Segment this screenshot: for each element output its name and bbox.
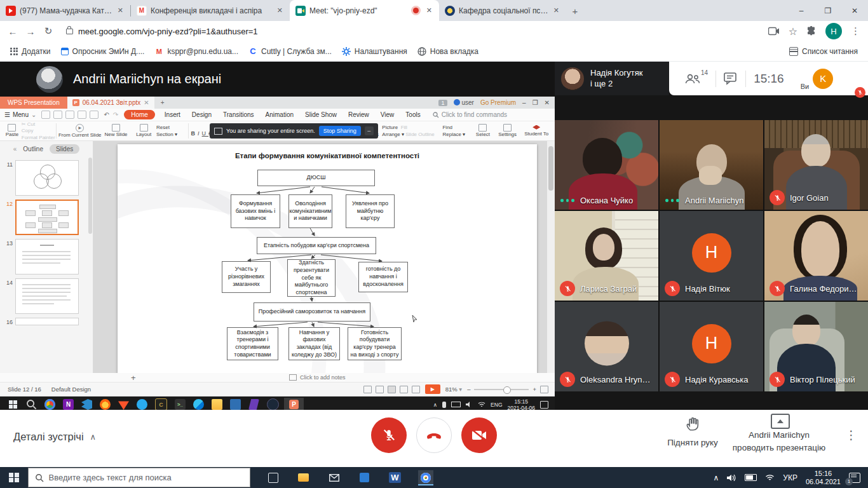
slide-thumb-11[interactable]: 11 xyxy=(1,160,90,196)
remote-onenote-icon[interactable]: N xyxy=(63,399,74,410)
taskbar-clock[interactable]: 15:1606.04.2021 xyxy=(806,470,841,486)
wps-app-tab[interactable]: WPS Presentation xyxy=(0,97,67,109)
bookmark-apps[interactable]: Додатки xyxy=(10,47,51,56)
zoom-out-icon[interactable]: – xyxy=(467,386,470,393)
participant-tile[interactable]: Н Надія Вітюк xyxy=(660,211,763,301)
ribbon-tab-review[interactable]: Review xyxy=(348,111,369,118)
meeting-details-button[interactable]: Деталі зустрічі ∧ xyxy=(13,431,96,443)
mic-toggle-button[interactable] xyxy=(371,417,407,453)
back-icon[interactable]: ← xyxy=(4,26,22,37)
ribbon-tab-insert[interactable]: Insert xyxy=(165,111,180,118)
remote-tray-expand-icon[interactable]: ∧ xyxy=(433,402,437,408)
remote-lang[interactable]: ENG xyxy=(491,402,502,408)
remote-explorer-icon[interactable] xyxy=(212,399,222,410)
canvas-scrollbar[interactable] xyxy=(547,141,555,373)
taskbar-mail-icon[interactable] xyxy=(327,470,342,485)
collapse-panel-icon[interactable]: « xyxy=(13,146,17,152)
layout-button[interactable]: Layout xyxy=(131,124,156,138)
bookmark-gmail[interactable]: M ksppr@pnu.edu.ua... xyxy=(154,47,238,56)
participant-tile[interactable]: Оксана Чуйко xyxy=(555,120,658,210)
tab-close-icon[interactable]: ✕ xyxy=(552,6,560,15)
zoom-in-icon[interactable]: + xyxy=(532,386,536,393)
reading-view-icon[interactable] xyxy=(412,386,420,393)
remote-firefox-icon[interactable] xyxy=(100,399,111,410)
stop-sharing-button[interactable]: Stop Sharing xyxy=(319,126,361,136)
format-painter-button[interactable]: Format Painter xyxy=(22,135,53,140)
participant-tile[interactable]: Oleksandra Hryn… xyxy=(555,302,658,391)
slide-sorter-icon[interactable] xyxy=(400,386,408,393)
export-icon[interactable] xyxy=(65,111,74,119)
participant-tile[interactable]: Andrii Mariichyn xyxy=(660,120,763,210)
menu-label[interactable]: Menu xyxy=(13,111,29,118)
chat-icon[interactable] xyxy=(724,72,738,85)
find-commands-box[interactable]: Click to find commands xyxy=(433,111,507,118)
new-tab-button[interactable]: + xyxy=(566,2,584,20)
remote-search-icon[interactable] xyxy=(26,399,37,410)
settings-button[interactable]: Settings xyxy=(494,124,521,138)
zoom-level[interactable]: 81% ▾ xyxy=(445,386,462,393)
print-icon[interactable] xyxy=(78,111,86,119)
window-restore-button[interactable]: ❐ xyxy=(815,0,841,21)
ribbon-tab-view[interactable]: View xyxy=(381,111,395,118)
slide-thumb-14[interactable]: 14 xyxy=(1,278,90,314)
slide-thumb-12-selected[interactable]: 12 xyxy=(1,200,90,235)
go-premium-button[interactable]: Go Premium xyxy=(480,99,516,106)
new-slide-button[interactable]: New Slide xyxy=(101,124,132,138)
undo-icon[interactable]: ↶ xyxy=(104,111,109,118)
reload-icon[interactable]: ↻ xyxy=(39,25,57,37)
participant-tile[interactable]: Лариса Заграй xyxy=(555,211,658,301)
window-close-button[interactable]: ✕ xyxy=(841,0,868,21)
participant-tile[interactable]: Igor Goian xyxy=(764,120,868,210)
thumb-scrollbar[interactable] xyxy=(88,158,92,234)
tab-close-icon[interactable]: ✕ xyxy=(116,6,125,15)
taskbar-search-box[interactable]: Введите здесь текст для поиска xyxy=(28,468,250,487)
new-file-icon[interactable] xyxy=(41,111,50,119)
browser-menu-icon[interactable]: ⋮ xyxy=(851,25,860,37)
extensions-puzzle-icon[interactable] xyxy=(806,26,817,36)
bookmark-newtab[interactable]: Нова вкладка xyxy=(417,47,478,56)
remote-steam-icon[interactable] xyxy=(267,398,279,410)
wps-new-doc-button[interactable]: + xyxy=(154,97,171,109)
banner-minimize-button[interactable]: – xyxy=(365,126,374,135)
remote-terminal-icon[interactable]: >_ xyxy=(175,399,186,410)
remote-chrome-icon[interactable] xyxy=(44,399,55,410)
remote-wps-icon-active[interactable]: P xyxy=(284,398,304,411)
add-slide-plus-button[interactable]: + xyxy=(131,373,136,383)
window-minimize-button[interactable]: – xyxy=(788,0,815,21)
language-indicator[interactable]: УКР xyxy=(783,473,797,482)
zoom-slider[interactable] xyxy=(474,389,529,390)
outline-tab[interactable]: Outline xyxy=(23,146,43,152)
tab-close-icon[interactable]: ✕ xyxy=(276,6,284,15)
picture-button[interactable]: Picture xyxy=(382,125,398,130)
from-current-slide-button[interactable]: ▶ From Current Slide xyxy=(59,124,101,139)
bookmark-star-icon[interactable]: ☆ xyxy=(789,25,797,37)
remote-edge-icon[interactable] xyxy=(193,399,204,410)
participant-tile[interactable]: Галина Федори… xyxy=(764,211,868,301)
tray-expand-icon[interactable]: ∧ xyxy=(714,473,719,482)
paste-button[interactable]: Paste xyxy=(3,124,22,138)
participant-tile[interactable]: Віктор Пілецький xyxy=(764,302,868,391)
find-button[interactable]: Find xyxy=(442,125,471,130)
browser-tab-youtube[interactable]: (977) Мама-чудачка Катя – пол ✕ xyxy=(0,0,130,21)
start-button[interactable] xyxy=(9,473,19,483)
raise-hand-button[interactable] xyxy=(675,415,710,435)
remote-emblem-icon[interactable]: C xyxy=(155,398,167,410)
reset-button[interactable]: Reset xyxy=(156,125,186,130)
save-icon[interactable] xyxy=(53,111,62,119)
remote-vscode-icon[interactable] xyxy=(81,399,92,410)
battery-icon[interactable] xyxy=(745,474,757,481)
task-view-button[interactable] xyxy=(266,470,281,485)
forward-icon[interactable]: → xyxy=(22,26,39,37)
speaker-icon[interactable] xyxy=(727,474,736,482)
taskbar-store-icon[interactable] xyxy=(357,470,372,485)
slide-thumb-13[interactable]: 13 xyxy=(1,239,90,274)
participants-button[interactable]: 14 xyxy=(684,73,708,85)
present-icon[interactable] xyxy=(771,414,790,429)
bold-button[interactable]: B xyxy=(191,130,198,137)
wps-close-icon[interactable]: ✕ xyxy=(545,99,550,106)
notes-placeholder[interactable]: Click to add notes xyxy=(289,374,346,381)
remote-notification-icon[interactable] xyxy=(540,401,548,409)
arrange-button[interactable]: Arrange xyxy=(382,132,400,137)
wifi-icon[interactable] xyxy=(765,474,775,481)
participant-tile[interactable]: Н Надія Куравська xyxy=(660,302,763,391)
